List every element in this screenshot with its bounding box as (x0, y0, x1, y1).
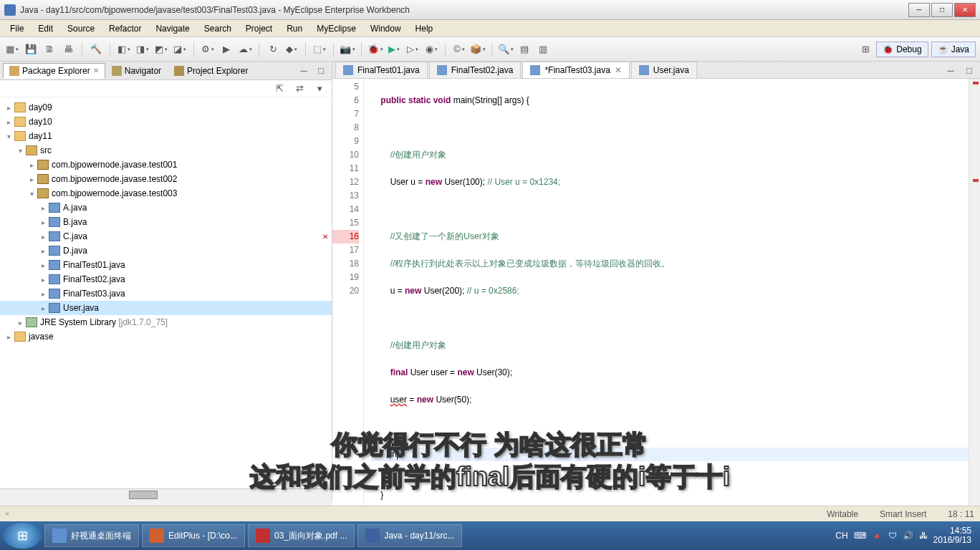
tree-src[interactable]: ▾src (0, 143, 332, 158)
editor-minimize[interactable]: ─ (943, 62, 959, 78)
window-title: Java - day11/src/com/bjpowernode/javase/… (20, 5, 908, 15)
tree-file-user[interactable]: ▸User.java (0, 301, 332, 315)
menu-project[interactable]: Project (239, 24, 279, 34)
menu-myeclipse[interactable]: MyEclipse (309, 24, 363, 34)
code-editor[interactable]: 567891011121314151617181920 public stati… (332, 79, 980, 529)
tool-button-2[interactable]: ◨ (135, 42, 150, 57)
save-button[interactable]: 💾 (23, 42, 39, 57)
menu-edit[interactable]: Edit (31, 24, 60, 34)
coverage-button[interactable]: ◉ (423, 42, 439, 57)
windows-taskbar: ⊞ 好视通桌面终端 EditPlus - [D:\co... 03_面向对象.p… (0, 521, 980, 550)
deploy-button[interactable]: ⚙ (200, 42, 216, 57)
menu-run[interactable]: Run (279, 24, 309, 34)
editor-tab-ft2[interactable]: FinalTest02.java (429, 62, 522, 78)
build-button[interactable]: 🔨 (88, 42, 104, 57)
open-perspective-button[interactable]: ⊞ (858, 42, 873, 57)
task-app-3[interactable]: 03_面向对象.pdf ... (248, 524, 355, 547)
collapse-all-button[interactable]: ⇱ (272, 81, 287, 97)
server-config-button[interactable]: ☁ (237, 42, 253, 57)
camera-button[interactable]: 📷 (340, 42, 355, 57)
tree-project-day10[interactable]: ▸day10 (0, 115, 332, 129)
editor-tab-ft3[interactable]: *FinalTest03.java✕ (522, 62, 629, 78)
tree-pkg-test002[interactable]: ▸com.bjpowernode.javase.test002 (0, 172, 332, 186)
status-icon: ▫ (6, 508, 17, 520)
editor-maximize[interactable]: □ (961, 62, 977, 78)
view-minimize[interactable]: ─ (296, 63, 312, 79)
minimize-button[interactable]: ─ (908, 3, 930, 17)
ime-indicator[interactable]: CH (835, 531, 847, 541)
tray-icon-5[interactable]: 🖧 (919, 531, 928, 541)
package-explorer-tree[interactable]: ▸day09 ▸day10 ▾day11 ▾src ▸com.bjpowerno… (0, 97, 332, 488)
new-package-button[interactable]: 📦 (470, 42, 486, 57)
line-gutter: 567891011121314151617181920 (332, 79, 364, 529)
start-button[interactable]: ⊞ (3, 523, 42, 549)
run-last-button[interactable]: ▷ (405, 42, 421, 57)
task-app-2[interactable]: EditPlus - [D:\co... (142, 524, 245, 547)
menu-help[interactable]: Help (408, 24, 441, 34)
outline-button[interactable]: ▤ (517, 42, 532, 57)
tree-file-ft3[interactable]: ▸FinalTest03.java (0, 286, 332, 301)
menu-window[interactable]: Window (363, 24, 408, 34)
left-scrollbar[interactable] (0, 488, 332, 500)
tree-pkg-test003[interactable]: ▾com.bjpowernode.javase.test003 (0, 186, 332, 201)
overview-ruler[interactable] (969, 79, 980, 529)
tool-button-1[interactable]: ◧ (116, 42, 132, 57)
status-bar: ▫ Writable Smart Insert 18 : 11 (0, 506, 980, 521)
tray-icon-1[interactable]: ⌨ (854, 531, 866, 541)
tree-file-ft1[interactable]: ▸FinalTest01.java (0, 258, 332, 272)
tree-pkg-test001[interactable]: ▸com.bjpowernode.javase.test001 (0, 158, 332, 172)
tree-file-b[interactable]: ▸B.java (0, 215, 332, 229)
menu-source[interactable]: Source (60, 24, 102, 34)
tree-project-javase[interactable]: ▸javase (0, 329, 332, 344)
tool-button-5[interactable]: ◆ (284, 42, 299, 57)
close-button[interactable]: ✕ (954, 3, 976, 17)
view-menu-button[interactable]: ▾ (312, 81, 327, 97)
java-perspective[interactable]: ☕ Java (931, 42, 976, 57)
maximize-button[interactable]: □ (931, 3, 953, 17)
tree-jre[interactable]: ▸JRE System Library [jdk1.7.0_75] (0, 315, 332, 329)
task-app-4[interactable]: Java - day11/src... (357, 524, 462, 547)
tool-button-4[interactable]: ◪ (172, 42, 188, 57)
editor-tab-ft1[interactable]: FinalTest01.java (335, 62, 428, 78)
server-button[interactable]: ▶ (218, 42, 234, 57)
task-app-1[interactable]: 好视通桌面终端 (44, 524, 139, 547)
editor-tab-user[interactable]: User.java (631, 62, 697, 78)
save-all-button[interactable]: 🗎 (42, 42, 57, 57)
print-button[interactable]: 🖶 (60, 42, 76, 57)
tree-file-ft2[interactable]: ▸FinalTest02.java (0, 272, 332, 286)
tree-project-day09[interactable]: ▸day09 (0, 100, 332, 115)
status-writable: Writable (827, 509, 858, 519)
tray-icon-2[interactable]: 🔺 (872, 531, 883, 541)
tab-navigator[interactable]: Navigator (105, 63, 168, 79)
debug-button[interactable]: 🐞 (368, 42, 383, 57)
tab-package-explorer[interactable]: Package Explorer✕ (3, 63, 105, 79)
tree-file-a[interactable]: ▸A.java (0, 201, 332, 215)
debug-perspective[interactable]: 🐞 Debug (876, 42, 928, 57)
menu-refactor[interactable]: Refactor (102, 24, 148, 34)
search-button[interactable]: 🔍 (498, 42, 514, 57)
tray-icon-3[interactable]: 🛡 (888, 531, 897, 541)
status-position: 18 : 11 (948, 509, 974, 519)
tool-button-3[interactable]: ◩ (153, 42, 169, 57)
menu-navigate[interactable]: Navigate (148, 24, 196, 34)
menu-file[interactable]: File (3, 24, 31, 34)
tree-file-c[interactable]: ▸C.java (0, 229, 332, 243)
tree-file-d[interactable]: ▸D.java (0, 243, 332, 258)
menu-search[interactable]: Search (197, 24, 239, 34)
link-editor-button[interactable]: ⇄ (292, 81, 307, 97)
tree-project-day11[interactable]: ▾day11 (0, 129, 332, 143)
view-maximize[interactable]: □ (313, 63, 329, 79)
clock[interactable]: 14:55 2016/9/13 (933, 526, 971, 545)
task-button[interactable]: ▥ (535, 42, 551, 57)
refresh-button[interactable]: ↻ (265, 42, 281, 57)
code-area[interactable]: public static void main(String[] args) {… (364, 79, 969, 529)
run-button[interactable]: ▶ (386, 42, 402, 57)
left-view-tabs: Package Explorer✕ Navigator Project Expl… (0, 62, 332, 80)
tab-project-explorer[interactable]: Project Explorer (168, 63, 254, 79)
app-icon (4, 4, 16, 16)
system-tray[interactable]: CH ⌨ 🔺 🛡 🔊 🖧 14:55 2016/9/13 (835, 526, 977, 545)
new-class-button[interactable]: © (451, 42, 467, 57)
tray-icon-4[interactable]: 🔊 (903, 531, 913, 541)
tool-button-6[interactable]: ⬚ (312, 42, 327, 57)
new-button[interactable]: ▦ (4, 42, 20, 57)
